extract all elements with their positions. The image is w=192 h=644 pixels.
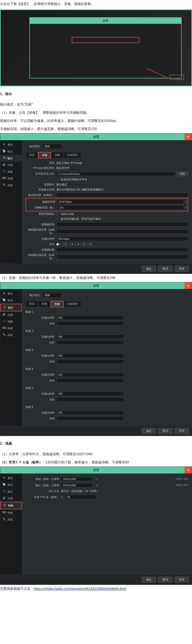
content-video: 基础（画布）分辨率▾长宽比 16:9 输出（缩放）分辨率▾长宽比 16:9 缩小… [22,474,192,574]
scale-value[interactable]: 双立方（锐化缩放，16 个样本） [61,489,99,493]
sidebar-item-general[interactable]: ⚙通用 [0,142,22,148]
track-bitrate-input[interactable] [56,354,124,358]
track-header: 轨道 1 [26,309,188,315]
track-bitrate-input[interactable] [56,334,124,339]
reference-link[interactable]: https://zhidao.baidu.com/question/461942… [34,587,126,590]
ffmpeg-value[interactable]: 输出到文件 [56,166,70,170]
output-res-input[interactable] [61,483,93,488]
sidebar-item-audio[interactable]: 🔊音频 [0,312,22,318]
container-value[interactable]: 默认格式 [56,183,67,186]
sidebar-item-stream[interactable]: 📡推流 [0,148,22,155]
overview-screenshot: 设置 [0,10,192,86]
spinner-icon[interactable]: ▲▼ [186,206,187,208]
sidebar-item-advanced[interactable]: 🔧高级 [0,332,22,338]
speaker-icon: 🔊 [2,163,6,167]
sidebar-item-advanced[interactable]: 🔧高级 [0,516,22,523]
tab-audio[interactable]: 音频 [51,152,64,158]
close-button[interactable]: ✕ [184,467,192,474]
ok-button[interactable]: 确定 [142,577,156,583]
browse-button[interactable]: 浏览 [176,171,188,176]
settings-sidebar: ⚙通用 📡推流 🖵输出 🔊音频 🖵视频 ⌨热键 🔧高级 [0,474,22,574]
cancel-button[interactable]: 取消 [158,266,172,272]
sidebar-item-stream[interactable]: 📡推流 [0,297,22,304]
close-button[interactable]: ✕ [184,282,192,289]
track-bitrate-input[interactable] [56,372,124,377]
tab-stream[interactable]: 串流 [26,152,38,158]
path-input[interactable] [56,172,175,176]
sidebar-item-video[interactable]: 🖵视频 [0,502,22,509]
aencoder-settings-label: 音频编码器设置（如果有） [26,253,54,260]
ok-button[interactable]: 确定 [142,266,156,272]
track-name-input[interactable] [56,397,124,402]
apply-button[interactable]: 应用 [174,266,189,272]
track-name-input[interactable] [56,359,124,364]
track-checkbox-3[interactable] [69,243,71,246]
track-checkbox-2[interactable] [63,243,65,246]
tab-record[interactable]: 录像 [38,301,51,307]
sidebar-item-output[interactable]: 🖵输出 [0,488,22,495]
showall-checkbox[interactable] [56,218,59,220]
cancel-button[interactable]: 取消 [158,577,172,583]
keyframe-input[interactable] [57,205,184,210]
tab-record[interactable]: 录像 [38,152,51,158]
sidebar-item-hotkeys[interactable]: ⌨热键 [0,509,22,516]
track-bitrate-input[interactable] [56,410,124,415]
apply-button[interactable]: 应用 [174,428,189,434]
vbitrate-input[interactable] [57,200,184,204]
track-name-input[interactable] [56,340,124,344]
sidebar-item-general[interactable]: ⚙通用 [0,475,22,482]
sidebar-item-video[interactable]: 🖵视频 [0,168,22,175]
track-checkbox-6[interactable] [87,243,90,246]
dialog-footer: 确定 取消 应用 [0,264,192,274]
sidebar-item-hotkeys[interactable]: ⌨热键 [0,325,22,332]
abitrate-input[interactable] [56,237,188,241]
track-section: 轨道 1 音频比特率 名称 [26,309,188,326]
sidebar-item-audio[interactable]: 🔊音频 [0,495,22,502]
rescale-checkbox[interactable] [56,213,59,215]
nospaces-checkbox[interactable] [56,178,59,181]
output-ratio: 长宽比 16:9 [176,484,188,487]
sidebar-item-general[interactable]: ⚙通用 [0,290,22,297]
tab-stream[interactable]: 串流 [26,301,38,307]
dropdown-icon[interactable]: ▾ [61,496,63,499]
track-checkbox-4[interactable] [75,243,77,246]
aencoder-settings-input[interactable] [56,255,188,259]
ok-button[interactable]: 确定 [142,428,156,434]
track-checkbox-1[interactable] [56,243,59,246]
track-name-input[interactable] [56,378,124,382]
vencoder-input[interactable] [56,222,188,226]
muxer-input[interactable] [56,193,188,197]
sidebar-item-stream[interactable]: 📡推流 [0,482,22,488]
sidebar-item-output[interactable]: 🖵输出 [0,304,22,312]
mode-select[interactable]: 高级 [42,293,62,298]
section3-sub1: （1）分辨率：分辨率约大，视频越清晰。可调整至1920*1080 [0,450,192,458]
sidebar-item-video[interactable]: 🖵视频 [0,318,22,325]
spinner-icon[interactable]: ▲▼ [186,201,187,203]
ending-text: 完整阅参视频可点击：https://zhidao.baidu.com/quest… [0,585,192,593]
fps-input[interactable] [66,495,97,499]
track-bitrate-input[interactable] [56,392,124,396]
tab-audio[interactable]: 音频 [51,301,64,307]
vencoder-settings-input[interactable] [56,230,188,234]
aencoder-input[interactable] [56,248,188,252]
sidebar-item-hotkeys[interactable]: ⌨热键 [0,175,22,182]
mode-select[interactable]: 高级 [42,144,62,149]
type-value[interactable]: 自定义输出 (FFmpeg) [56,161,82,165]
close-button[interactable]: ✕ [184,134,192,140]
track-name-input[interactable] [56,416,124,420]
tab-replay[interactable]: 回放缓存 [64,301,81,307]
track-name-input[interactable] [56,321,124,326]
sidebar-item-audio[interactable]: 🔊音频 [0,162,22,168]
track-bitrate-input[interactable] [56,316,124,320]
dropdown-icon[interactable]: ▾ [96,484,98,487]
sidebar-item-advanced[interactable]: 🔧高级 [0,182,22,188]
tab-replay[interactable]: 回放缓存 [64,152,81,158]
cancel-button[interactable]: 取消 [158,428,172,434]
type-label: 类型 [26,161,54,165]
sidebar-item-output[interactable]: 🖵输出 [0,155,22,162]
base-res-input[interactable] [61,477,93,481]
apply-button[interactable]: 应用 [174,577,189,583]
track-checkbox-5[interactable] [81,243,83,246]
dropdown-icon[interactable]: ▾ [96,478,98,481]
track-section: 轨道 5 音频比特率 名称 [26,385,188,402]
